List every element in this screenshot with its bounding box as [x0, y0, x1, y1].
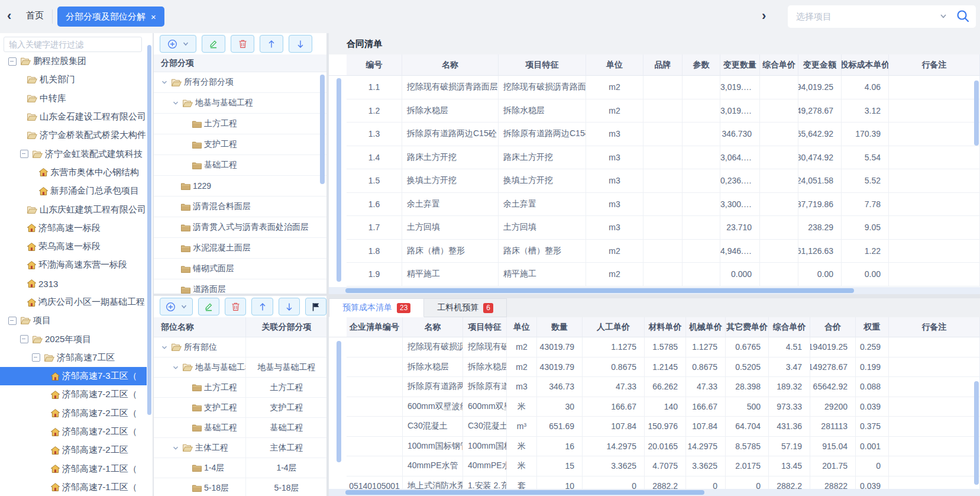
- bw-name-cell[interactable]: 主体工程: [154, 438, 245, 458]
- bw-col-name[interactable]: 部位名称: [154, 322, 245, 333]
- org-tree-item[interactable]: 济邹高速7-2工区（: [0, 404, 147, 423]
- project-select[interactable]: 选择项目: [788, 5, 976, 28]
- tab-home[interactable]: 首页: [26, 10, 44, 21]
- move-down-button[interactable]: [289, 35, 312, 53]
- close-icon[interactable]: ×: [151, 12, 156, 21]
- org-tree-item[interactable]: 机关部门: [0, 70, 147, 89]
- table-row[interactable]: 1.9精平施工精平施工m20.0000.000.00: [329, 263, 980, 286]
- collapse-box-icon[interactable]: [8, 317, 17, 325]
- move-down-button[interactable]: [279, 298, 300, 315]
- org-tree-item[interactable]: 鸿庆公司小区一期基础工程: [0, 293, 147, 311]
- org-tree-item[interactable]: 2025年项目: [0, 330, 147, 348]
- bw-tree-row[interactable]: 主体工程主体工程: [154, 438, 326, 458]
- column-header[interactable]: 合价: [810, 317, 856, 337]
- fbfx-tree-item[interactable]: 铺砌式面层: [154, 259, 326, 279]
- fbfx-tree-item[interactable]: 道路面层: [154, 279, 326, 294]
- org-tree-item[interactable]: 东营市奥体中心钢结构: [0, 163, 147, 182]
- edit-icon[interactable]: [209, 39, 218, 49]
- column-header[interactable]: 权重: [856, 317, 889, 337]
- column-header[interactable]: 编号: [347, 54, 402, 76]
- table-row[interactable]: 1.2拆除水稳层拆除水稳层m243,019.…149,278.673.12: [329, 99, 980, 123]
- org-tree-item[interactable]: 新邦涌金门总承包项目: [0, 182, 147, 200]
- org-tree-item[interactable]: 济邹高速7-1工区（: [0, 478, 147, 496]
- add-dropdown-button[interactable]: [160, 35, 196, 53]
- contract-left-scrollbar[interactable]: [337, 78, 341, 282]
- move-up-button[interactable]: [251, 298, 273, 315]
- column-header[interactable]: 机械单价: [686, 317, 726, 337]
- column-header[interactable]: 名称: [402, 54, 499, 76]
- table-row[interactable]: 1.8路床（槽）整形路床（槽）整形m244,946.…61,126.631.22: [329, 240, 980, 263]
- table-row[interactable]: 1.5换填土方开挖换填土方开挖m320,236.…124,051.585.52: [329, 169, 980, 193]
- edit-button[interactable]: [202, 35, 225, 53]
- chevron-down-icon[interactable]: [182, 40, 189, 47]
- bw-tree-row[interactable]: 土方工程土方工程: [154, 378, 326, 398]
- chevron-down-icon[interactable]: [939, 12, 947, 22]
- delete-icon[interactable]: [238, 39, 247, 49]
- flag-button[interactable]: [305, 298, 326, 315]
- table-row[interactable]: 1.6余土弃置余土弃置m333,300.…287,719.867.78: [329, 193, 980, 217]
- sidebar-scrollbar[interactable]: [147, 45, 151, 415]
- column-header[interactable]: 单位: [507, 317, 537, 337]
- bw-col-link[interactable]: 关联分部分项: [245, 317, 326, 337]
- add-dropdown-button[interactable]: [160, 298, 193, 315]
- fbfx-tree-item[interactable]: 基础工程: [154, 155, 326, 176]
- caret-down-icon[interactable]: [172, 364, 179, 371]
- table-row[interactable]: C30混凝土C30混凝土m³651.69107.84150.976107.846…: [329, 417, 980, 437]
- back-icon[interactable]: ‹: [7, 8, 11, 24]
- caret-down-icon[interactable]: [161, 344, 168, 351]
- column-header[interactable]: 企业清单编号: [347, 317, 403, 337]
- table-row[interactable]: 拆除水稳层拆除水稳层m243019.790.86751.21450.86750.…: [329, 357, 980, 378]
- bw-tree-row[interactable]: 地基与基础工程地基与基础工程: [154, 357, 326, 378]
- bw-name-cell[interactable]: 土方工程: [154, 378, 245, 397]
- delete-icon[interactable]: [231, 302, 240, 311]
- collapse-box-icon[interactable]: [20, 150, 28, 158]
- column-header[interactable]: 品牌: [643, 54, 683, 76]
- collapse-box-icon[interactable]: [32, 353, 40, 362]
- column-header[interactable]: 行备注: [889, 54, 980, 76]
- fbfx-tree-item[interactable]: 1229: [154, 176, 326, 197]
- search-icon[interactable]: [956, 9, 970, 25]
- fbfx-tree-item[interactable]: 土方工程: [154, 114, 326, 134]
- org-tree-item[interactable]: 济邹高速7工区: [0, 349, 147, 367]
- bw-name-cell[interactable]: 5-18层: [154, 478, 245, 496]
- fbfx-tree-item[interactable]: 水泥混凝土面层: [154, 238, 326, 259]
- add-icon[interactable]: [166, 302, 176, 312]
- table-row[interactable]: 1.7土方回填土方回填m323.710238.299.05: [329, 216, 980, 240]
- collapse-box-icon[interactable]: [8, 57, 17, 66]
- bw-name-cell[interactable]: 支护工程: [154, 398, 245, 417]
- column-header[interactable]: 其它费单价: [726, 317, 769, 337]
- org-tree-item[interactable]: 山东金石建设工程有限公司: [0, 108, 147, 126]
- column-header[interactable]: 材料单价: [645, 317, 686, 337]
- chevron-down-icon[interactable]: [180, 303, 187, 310]
- bw-name-cell[interactable]: 地基与基础工程: [154, 357, 245, 377]
- table-row[interactable]: 1.1挖除现有破损沥青路面层挖除现有破损沥青路面层m243,019.…194,0…: [329, 76, 980, 99]
- table-row[interactable]: 1.4路床土方开挖路床土方开挖m313,064.…80,474.925.54: [329, 146, 980, 170]
- table-row[interactable]: 100mm国标钢管100mm国标钢管米1614.297520.016514.29…: [329, 437, 980, 457]
- org-tree-item[interactable]: 济邹高速7-2工区（: [0, 423, 147, 441]
- fbfx-scrollbar[interactable]: [320, 75, 325, 184]
- org-tree-item[interactable]: 济宁金虹装配式建筑科技: [0, 144, 147, 163]
- column-header[interactable]: 项目特征: [463, 317, 507, 337]
- column-header[interactable]: 变更数量: [720, 54, 760, 76]
- column-header[interactable]: 投标成本单价: [842, 54, 889, 76]
- org-tree-item[interactable]: 山东庆虹建筑工程有限公司: [0, 200, 147, 218]
- delete-button[interactable]: [231, 35, 254, 53]
- fbfx-tree-item[interactable]: 沥青贯入式与沥青表面处治面层: [154, 217, 326, 238]
- add-icon[interactable]: [167, 39, 177, 49]
- caret-down-icon[interactable]: [172, 445, 179, 452]
- forward-icon[interactable]: ›: [762, 8, 766, 24]
- budget-left-scrollbar[interactable]: [337, 341, 341, 462]
- column-header[interactable]: 综合单价: [760, 54, 798, 76]
- column-header[interactable]: 数量: [537, 317, 583, 337]
- bw-tree-row[interactable]: 支护工程支护工程: [154, 398, 326, 418]
- arrow-down-icon[interactable]: [296, 40, 305, 49]
- fbfx-tree-item[interactable]: 地基与基础工程: [154, 93, 326, 114]
- budget-tab-1[interactable]: 工料机预算6: [424, 298, 507, 317]
- move-up-button[interactable]: [260, 35, 283, 53]
- budget-hscroll-thumb[interactable]: [345, 490, 704, 495]
- caret-down-icon[interactable]: [161, 79, 168, 86]
- table-row[interactable]: 挖除现有破损沥青路面层挖除现有破损沥青路面层m243019.791.12751.…: [329, 337, 980, 357]
- collapse-box-icon[interactable]: [20, 335, 28, 343]
- org-tree-item[interactable]: 济邹高速7-2工区（: [0, 385, 147, 404]
- org-tree-item[interactable]: 济邹高速7-3工区（: [0, 367, 147, 385]
